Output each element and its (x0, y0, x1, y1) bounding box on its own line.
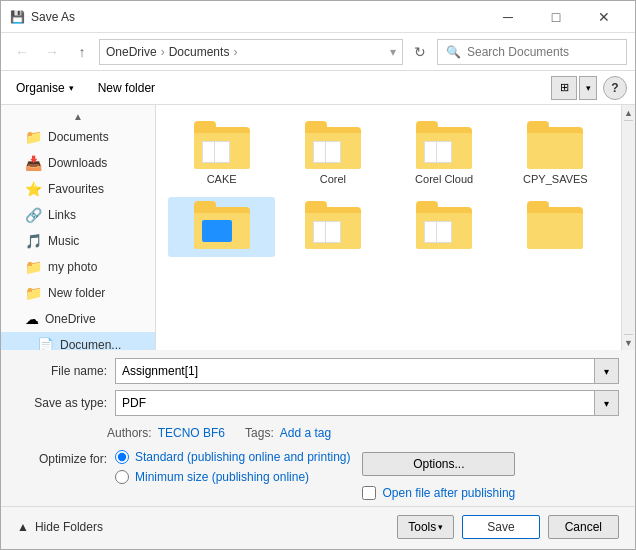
sidebar-label-documents: Documents (48, 130, 109, 144)
hide-folders-arrow-icon: ▲ (17, 520, 29, 534)
cancel-button[interactable]: Cancel (548, 515, 619, 539)
sidebar-item-links[interactable]: 🔗 Links (1, 202, 155, 228)
sidebar-item-onedrive[interactable]: ☁ OneDrive (1, 306, 155, 332)
minimum-label[interactable]: Minimum size (publishing online) (135, 470, 309, 484)
optimize-options: Standard (publishing online and printing… (115, 450, 350, 484)
documents-icon: 📁 (25, 129, 42, 145)
dialog-icon: 💾 (9, 9, 25, 25)
file-item-folder6[interactable] (391, 197, 498, 257)
sidebar-item-document-sub[interactable]: 📄 Documen... (1, 332, 155, 350)
view-controls: ⊞ ▾ ? (551, 76, 627, 100)
sidebar-item-favourites[interactable]: ⭐ Favourites (1, 176, 155, 202)
file-label-cpy-saves: CPY_SAVES (523, 173, 588, 185)
scroll-down-button[interactable]: ▼ (624, 334, 633, 350)
optimize-options-row: Optimize for: Standard (publishing onlin… (1, 450, 635, 506)
save-as-dialog: 💾 Save As ─ □ ✕ ← → ↑ OneDrive › Documen… (0, 0, 636, 550)
window-controls: ─ □ ✕ (485, 3, 627, 31)
tools-label: Tools (408, 520, 436, 534)
close-button[interactable]: ✕ (581, 3, 627, 31)
sidebar-item-my-photo[interactable]: 📁 my photo (1, 254, 155, 280)
footer: ▲ Hide Folders Tools ▾ Save Cancel (1, 506, 635, 549)
new-folder-icon: 📁 (25, 285, 42, 301)
breadcrumb-onedrive[interactable]: OneDrive (106, 45, 157, 59)
standard-radio[interactable] (115, 450, 129, 464)
filename-dropdown-icon[interactable]: ▾ (595, 358, 619, 384)
nav-toolbar: ← → ↑ OneDrive › Documents › ▾ ↻ 🔍 (1, 33, 635, 71)
view-dropdown-button[interactable]: ▾ (579, 76, 597, 100)
right-panel: Options... Open file after publishing (362, 450, 515, 500)
minimum-radio-row: Minimum size (publishing online) (115, 470, 350, 484)
file-item-cpy-saves[interactable]: CPY_SAVES (502, 117, 609, 189)
music-icon: 🎵 (25, 233, 42, 249)
folder-img-cake (194, 121, 250, 169)
sidebar-label-links: Links (48, 208, 76, 222)
links-icon: 🔗 (25, 207, 42, 223)
file-item-folder7[interactable] (502, 197, 609, 257)
form-fields: File name: ▾ Save as type: PDF ▾ (1, 350, 635, 426)
folder-img-blue (194, 201, 250, 249)
back-button[interactable]: ← (9, 40, 35, 64)
breadcrumb-documents[interactable]: Documents (169, 45, 230, 59)
file-item-corel-cloud[interactable]: Corel Cloud (391, 117, 498, 189)
sidebar: ▲ 📁 Documents 📥 Downloads ⭐ Favourites 🔗… (1, 105, 156, 350)
open-file-checkbox[interactable] (362, 486, 376, 500)
organise-button[interactable]: Organise ▾ (9, 77, 81, 99)
sidebar-label-downloads: Downloads (48, 156, 107, 170)
second-toolbar: Organise ▾ New folder ⊞ ▾ ? (1, 71, 635, 105)
file-item-corel[interactable]: Corel (279, 117, 386, 189)
breadcrumb-dropdown[interactable]: ▾ (390, 45, 396, 59)
file-item-cake[interactable]: CAKE (168, 117, 275, 189)
forward-button[interactable]: → (39, 40, 65, 64)
file-label-corel-cloud: Corel Cloud (415, 173, 473, 185)
search-input[interactable] (467, 45, 618, 59)
sidebar-scroll-up[interactable]: ▲ (1, 109, 155, 124)
sidebar-item-new-folder[interactable]: 📁 New folder (1, 280, 155, 306)
new-folder-label: New folder (98, 81, 155, 95)
hide-folders-label: Hide Folders (35, 520, 103, 534)
maximize-button[interactable]: □ (533, 3, 579, 31)
open-file-label[interactable]: Open file after publishing (382, 486, 515, 500)
tools-button[interactable]: Tools ▾ (397, 515, 454, 539)
up-button[interactable]: ↑ (69, 40, 95, 64)
savetype-select[interactable]: PDF (115, 390, 619, 416)
standard-radio-row: Standard (publishing online and printing… (115, 450, 350, 464)
folder-img-6 (416, 201, 472, 249)
sidebar-label-document-sub: Documen... (60, 338, 121, 350)
downloads-icon: 📥 (25, 155, 42, 171)
savetype-label: Save as type: (17, 396, 107, 410)
tools-dropdown-icon: ▾ (438, 522, 443, 532)
authors-value[interactable]: TECNO BF6 (158, 426, 225, 440)
view-icons-button[interactable]: ⊞ (551, 76, 577, 100)
file-item-blue-folder[interactable] (168, 197, 275, 257)
savetype-row: Save as type: PDF ▾ (17, 390, 619, 416)
optimize-section: Optimize for: Standard (publishing onlin… (17, 450, 350, 496)
minimum-radio[interactable] (115, 470, 129, 484)
help-button[interactable]: ? (603, 76, 627, 100)
scrollbar: ▲ ▼ (621, 105, 635, 350)
document-sub-icon: 📄 (37, 337, 54, 350)
sidebar-item-downloads[interactable]: 📥 Downloads (1, 150, 155, 176)
scroll-up-button[interactable]: ▲ (624, 105, 633, 121)
refresh-button[interactable]: ↻ (407, 39, 433, 65)
sidebar-item-music[interactable]: 🎵 Music (1, 228, 155, 254)
sidebar-item-documents[interactable]: 📁 Documents (1, 124, 155, 150)
options-button[interactable]: Options... (362, 452, 515, 476)
filename-input[interactable] (115, 358, 595, 384)
standard-label[interactable]: Standard (publishing online and printing… (135, 450, 350, 464)
organise-label: Organise (16, 81, 65, 95)
search-box: 🔍 (437, 39, 627, 65)
hide-folders-button[interactable]: ▲ Hide Folders (17, 520, 103, 534)
folder-img-corel-cloud (416, 121, 472, 169)
minimize-button[interactable]: ─ (485, 3, 531, 31)
open-file-row: Open file after publishing (362, 486, 515, 500)
breadcrumb-sep1: › (161, 45, 165, 59)
file-item-folder5[interactable] (279, 197, 386, 257)
sidebar-label-new-folder: New folder (48, 286, 105, 300)
filename-label: File name: (17, 364, 107, 378)
save-button[interactable]: Save (462, 515, 539, 539)
tags-value[interactable]: Add a tag (280, 426, 331, 440)
folder-img-cpy-saves (527, 121, 583, 169)
my-photo-icon: 📁 (25, 259, 42, 275)
new-folder-button[interactable]: New folder (89, 77, 164, 99)
form-section: File name: ▾ Save as type: PDF ▾ Authors… (1, 350, 635, 506)
